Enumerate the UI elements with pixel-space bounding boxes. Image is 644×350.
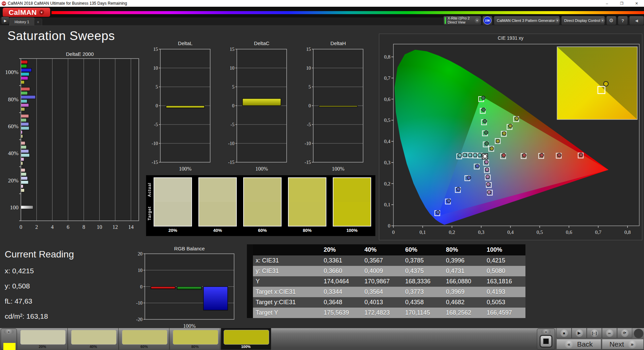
meter-count-button[interactable]: 236 <box>482 16 492 25</box>
svg-text:DeltaH: DeltaH <box>330 40 346 46</box>
single-measure-button[interactable]: [··] <box>587 328 602 338</box>
next-button-label: Next <box>609 340 624 348</box>
play-button[interactable]: ▶ <box>572 328 587 338</box>
chevron-down-icon: ▼ <box>39 10 44 15</box>
pattern-button-20%[interactable]: 20% <box>18 328 68 350</box>
tab-history-1[interactable]: History 1 <box>9 18 34 26</box>
pattern-button-60%[interactable]: 60% <box>119 328 169 350</box>
svg-text:0: 0 <box>392 230 395 235</box>
collapse-panel-button[interactable]: ◀ <box>629 16 644 25</box>
chevron-down-icon: ▼ <box>600 18 605 23</box>
svg-text:20%: 20% <box>8 177 19 184</box>
sweep-swatch-40% <box>198 177 237 226</box>
svg-text:0,5: 0,5 <box>384 117 390 123</box>
meter-dropdown[interactable]: X-Rite i1Pro 2 Direct View ▼ <box>443 16 481 25</box>
svg-text:2: 2 <box>35 224 38 230</box>
svg-text:0,8: 0,8 <box>624 230 631 235</box>
current-pattern-swatch[interactable] <box>3 343 16 350</box>
actual-row-label: Actual <box>147 179 153 201</box>
pattern-generator-dropdown[interactable]: CalMAN Client 3 Pattern Generator ▼ <box>494 16 560 25</box>
expand-preview-button[interactable]: ▲ <box>4 329 13 334</box>
svg-text:0: 0 <box>20 224 22 230</box>
svg-text:15: 15 <box>230 47 234 52</box>
svg-text:0,7: 0,7 <box>384 75 390 81</box>
svg-text:0,2: 0,2 <box>449 230 455 235</box>
sweep-swatch-80% <box>288 177 326 226</box>
svg-text:-5: -5 <box>154 122 158 127</box>
single-measure-icon: [··] <box>591 329 598 337</box>
svg-text:100: 100 <box>10 204 19 211</box>
chevron-left-icon: « <box>565 340 573 348</box>
settings-button[interactable]: ⚙ <box>606 16 616 25</box>
svg-text:10: 10 <box>230 66 234 71</box>
svg-text:8: 8 <box>83 224 85 230</box>
svg-text:DeltaE 2000: DeltaE 2000 <box>66 51 94 57</box>
pattern-button-80%[interactable]: 80% <box>170 328 220 350</box>
close-icon[interactable]: ✕ <box>629 0 644 7</box>
svg-text:-20: -20 <box>136 317 142 322</box>
table-row: Target Y175,5639172,4823170,1145168,2562… <box>247 308 525 318</box>
calman-menu-button[interactable]: CalMAN ▼ <box>3 8 50 17</box>
deltac-chart: DeltaC151050-5-10-15100% <box>225 40 289 180</box>
continuous-measure-button[interactable]: ∞ <box>602 328 617 338</box>
pattern-button-40%[interactable]: 40% <box>68 328 119 350</box>
svg-text:60%: 60% <box>8 123 19 130</box>
display-control-dropdown[interactable]: Direct Display Control ▼ <box>561 16 605 25</box>
stop-measure-button[interactable] <box>540 335 552 348</box>
current-reading-title: Current Reading <box>5 249 74 260</box>
play-icon: ▶ <box>4 19 7 23</box>
next-button[interactable]: Next » <box>602 339 644 349</box>
svg-text:-15: -15 <box>152 160 158 165</box>
refresh-button[interactable]: ⟳ <box>617 328 632 338</box>
svg-text:-10: -10 <box>152 141 158 146</box>
window-titlebar: CM CalMAN 2018 CalMAN Ultimate for Busin… <box>0 0 644 7</box>
sweep-swatch-label: 40% <box>198 228 237 233</box>
sweep-swatch-20% <box>154 177 192 226</box>
svg-text:RGB Balance: RGB Balance <box>174 246 205 251</box>
svg-text:5: 5 <box>232 84 234 90</box>
svg-text:10: 10 <box>97 224 102 230</box>
svg-text:-5: -5 <box>230 122 234 127</box>
svg-text:100%: 100% <box>5 69 19 75</box>
minimize-icon[interactable]: – <box>600 0 614 7</box>
svg-text:0,6: 0,6 <box>566 230 572 235</box>
pattern-button-100%[interactable]: 100% <box>221 328 271 350</box>
workflow-play-button[interactable]: ▶ <box>1 16 9 25</box>
svg-text:40%: 40% <box>8 150 19 156</box>
chevron-down-icon: ▼ <box>555 18 560 23</box>
table-row: Target y:CIE310,36480,40130,43580,46820,… <box>247 297 525 308</box>
expand-transport-button[interactable]: ▲ <box>541 329 551 334</box>
svg-text:15: 15 <box>153 47 158 52</box>
help-icon: ? <box>621 18 624 23</box>
add-tab-button[interactable]: + <box>34 19 42 26</box>
svg-text:-15: -15 <box>228 160 234 165</box>
cie-chart: 00,10,20,30,40,50,60,70,800,10,20,30,40,… <box>379 41 642 240</box>
svg-text:5: 5 <box>156 84 158 90</box>
maximize-icon[interactable]: ❐ <box>614 0 629 7</box>
page-title: Saturation Sweeps <box>7 29 115 43</box>
svg-text:-5: -5 <box>307 122 311 127</box>
help-button[interactable]: ? <box>618 16 628 25</box>
transport-buttons: ■▶[··]∞⟳ <box>556 328 632 338</box>
table-header-row: 20%40%60%80%100% <box>247 244 525 255</box>
svg-text:0,1: 0,1 <box>384 202 390 207</box>
meter-mode: Direct View <box>448 20 465 24</box>
current-reading-x: x: 0,4215 <box>5 267 74 275</box>
meter-count-badge: 236 <box>483 16 491 25</box>
svg-text:6: 6 <box>67 224 69 230</box>
svg-text:DeltaC: DeltaC <box>254 40 269 46</box>
arrow-up-icon: ▲ <box>8 330 10 333</box>
stop-button[interactable]: ■ <box>556 328 572 338</box>
svg-text:0,5: 0,5 <box>537 230 543 235</box>
display-control-label: Direct Display Control <box>564 19 600 23</box>
cie-1931-panel: CIE 1931 xy 00,10,20,30,40,50,60,70,800,… <box>379 34 642 240</box>
current-reading-panel: Current Reading x: 0,4215 y: 0,508 fL: 4… <box>5 249 74 320</box>
pattern-preview-panel: ▲ <box>1 328 17 350</box>
back-button[interactable]: « Back <box>556 339 601 349</box>
sweep-swatch-100% <box>333 177 371 226</box>
svg-text:0,7: 0,7 <box>595 230 602 235</box>
sweep-swatch-label: 60% <box>243 228 282 233</box>
svg-text:DeltaL: DeltaL <box>178 40 192 46</box>
gear-icon: ⚙ <box>609 18 613 24</box>
deltal-chart: DeltaL151050-5-10-15100% <box>149 40 213 180</box>
